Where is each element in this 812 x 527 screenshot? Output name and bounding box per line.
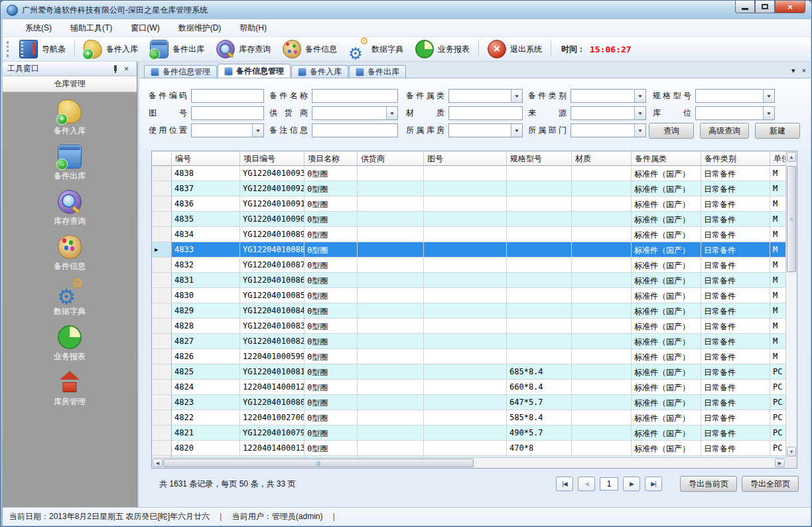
table-row[interactable]: 4828YG122040100830型圈标准件（国产）日常备件M [152, 319, 787, 334]
table-row[interactable]: 482612204010005990型圈标准件（国产）日常备件M [152, 349, 787, 364]
table-row[interactable]: 4827YG122040100820型圈标准件（国产）日常备件M [152, 334, 787, 349]
tab-close-button[interactable]: × [802, 66, 806, 74]
tab-overflow-button[interactable]: ▾ [791, 66, 795, 74]
table-row[interactable]: 4821YG122040100790型圈490*5.7标准件（国产）日常备件PC [152, 425, 787, 441]
minimize-button[interactable] [735, 1, 755, 13]
vertical-scrollbar-thumb[interactable]: ≡ [787, 166, 796, 272]
table-row[interactable]: 4825YG122040100810型圈685*8.4标准件（国产）日常备件PC [152, 364, 787, 380]
dropdown-button[interactable]: ▼ [511, 90, 522, 102]
toolbar-button-parts-info[interactable]: 备件信息 [277, 39, 343, 59]
table-row[interactable]: 4829YG122040100840型圈标准件（国产）日常备件M [152, 303, 787, 319]
table-row[interactable]: ▶4833YG122040100880型圈标准件（国产）日常备件M [152, 242, 787, 258]
search-select[interactable]: ▼ [571, 123, 646, 137]
toolbar-grip[interactable] [7, 41, 9, 57]
search-select[interactable]: ▼ [695, 106, 775, 120]
vertical-scrollbar[interactable]: ▲ ≡ ▼ [785, 151, 797, 457]
export-current-page-button[interactable]: 导出当前页 [680, 476, 737, 492]
search-select[interactable]: ▼ [448, 89, 523, 103]
column-header[interactable]: 编号 [172, 151, 240, 166]
dropdown-button[interactable]: ▼ [634, 107, 645, 119]
prev-page-button[interactable]: ◀ [578, 477, 595, 491]
table-row[interactable]: 4832YG122040100870型圈标准件（国产）日常备件M [152, 258, 787, 273]
sidebar-item-stock-query[interactable]: 库存查询 [3, 190, 137, 235]
search-input-box[interactable] [312, 90, 397, 103]
dropdown-button[interactable]: ▼ [511, 124, 522, 137]
maximize-button[interactable] [755, 1, 775, 13]
scroll-down-button[interactable]: ▼ [787, 447, 796, 457]
search-input[interactable] [312, 89, 398, 103]
sidebar-item-parts-out[interactable]: 备件出库 [3, 145, 137, 190]
column-header[interactable]: 材质 [572, 151, 632, 166]
menu-item[interactable]: 窗口(W) [124, 20, 166, 37]
search-input[interactable] [448, 106, 523, 120]
column-header[interactable]: 图号 [424, 151, 507, 166]
menu-item[interactable]: 帮助(H) [233, 20, 273, 37]
column-header[interactable]: 项目编号 [240, 151, 304, 166]
search-input-box[interactable] [192, 108, 263, 120]
scroll-up-button[interactable]: ▲ [787, 152, 796, 162]
search-input-box[interactable] [449, 108, 522, 120]
last-page-button[interactable]: ▶| [645, 477, 662, 491]
column-header[interactable]: 单位 [770, 151, 787, 166]
table-row[interactable]: 482412204014000120型圈660*8.4标准件（国产）日常备件PC [152, 380, 787, 395]
sidebar-item-warehouse[interactable]: 库房管理 [3, 370, 137, 415]
scroll-left-button[interactable]: ◀ [153, 459, 163, 467]
search-action-button[interactable]: 新建 [755, 123, 800, 139]
toolbar-button-parts-out[interactable]: 备件出库 [144, 39, 210, 59]
horizontal-scrollbar[interactable]: ◀ ||| ▶ [152, 457, 785, 468]
first-page-button[interactable]: |◀ [556, 477, 573, 491]
scroll-right-button[interactable]: ▶ [775, 459, 785, 467]
table-row[interactable]: 4838YG122040100930型圈标准件（国产）日常备件M [152, 166, 787, 181]
search-action-button[interactable]: 查询 [649, 123, 694, 139]
column-header[interactable]: 备件类别 [701, 151, 770, 166]
dropdown-button[interactable]: ▼ [763, 90, 774, 102]
tab-item-1[interactable]: 备件信息管理 [218, 64, 291, 78]
close-button[interactable]: × [775, 1, 805, 13]
tab-item-3[interactable]: 备件出库 [349, 65, 406, 78]
search-select[interactable]: ▼ [312, 106, 398, 120]
search-select[interactable]: ▼ [448, 123, 523, 137]
table-row[interactable]: 4835YG122040100900型圈标准件（国产）日常备件M [152, 212, 787, 227]
table-row[interactable]: 482212204010027000型圈585*8.4标准件（国产）日常备件PC [152, 410, 787, 425]
toolbar-button-stock-query[interactable]: 库存查询 [210, 39, 277, 59]
search-input[interactable] [312, 123, 398, 137]
dropdown-button[interactable]: ▼ [386, 107, 397, 119]
sidebar-item-report[interactable]: 业务报表 [3, 325, 137, 370]
menu-item[interactable]: 系统(S) [19, 20, 58, 37]
table-row[interactable]: 4823YG122040100800型圈647*5.7标准件（国产）日常备件PC [152, 395, 787, 410]
search-input[interactable] [191, 106, 264, 120]
sidebar-item-parts-in[interactable]: 备件入库 [3, 100, 137, 145]
search-select[interactable]: ▼ [191, 123, 264, 137]
toolbar-button-data-dict[interactable]: 数据字典 [343, 39, 409, 59]
next-page-button[interactable]: ▶ [623, 477, 640, 491]
horizontal-scrollbar-thumb[interactable]: ||| [163, 459, 474, 467]
column-header[interactable]: 供货商 [358, 151, 424, 166]
tool-window-close-button[interactable]: × [121, 64, 132, 74]
column-header[interactable]: 项目名称 [304, 151, 358, 166]
export-all-pages-button[interactable]: 导出全部页 [742, 476, 799, 492]
column-header[interactable]: 规格型号 [507, 151, 572, 166]
tab-item-0[interactable]: 备件信息管理 [144, 65, 217, 78]
column-header[interactable]: 备件属类 [632, 151, 701, 166]
dropdown-button[interactable]: ▼ [252, 124, 263, 137]
table-row[interactable]: 4834YG122040100890型圈标准件（国产）日常备件M [152, 227, 787, 242]
tab-item-2[interactable]: 备件入库 [291, 65, 348, 78]
search-select[interactable]: ▼ [571, 89, 646, 103]
toolbar-button-exit[interactable]: 退出系统 [482, 39, 548, 59]
table-row[interactable]: 4831YG122040100860型圈标准件（国产）日常备件M [152, 273, 787, 288]
pin-button[interactable] [109, 64, 121, 74]
menu-item[interactable]: 数据维护(D) [172, 20, 228, 37]
search-input[interactable] [191, 89, 264, 103]
table-row[interactable]: 482012204014000130型圈470*8标准件（国产）日常备件PC [152, 441, 787, 456]
search-action-button[interactable]: 高级查询 [700, 123, 749, 139]
table-row[interactable]: 4837YG122040100920型圈标准件（国产）日常备件M [152, 181, 787, 196]
table-row[interactable]: 4836YG122040100910型圈标准件（国产）日常备件M [152, 196, 787, 212]
dropdown-button[interactable]: ▼ [634, 124, 645, 137]
search-input-box[interactable] [312, 125, 397, 137]
search-select[interactable]: ▼ [695, 89, 775, 103]
dropdown-button[interactable]: ▼ [634, 90, 645, 102]
dropdown-button[interactable]: ▼ [763, 107, 774, 119]
table-row[interactable]: 4830YG122040100850型圈标准件（国产）日常备件M [152, 288, 787, 303]
toolbar-button-navbar[interactable]: 导航条 [13, 39, 72, 59]
search-select[interactable]: ▼ [571, 106, 646, 120]
